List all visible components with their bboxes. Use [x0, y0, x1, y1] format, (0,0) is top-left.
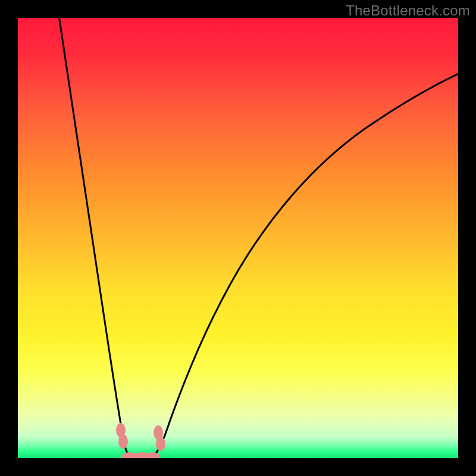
bottleneck-curve-right	[151, 73, 458, 458]
bottleneck-curve-left	[58, 18, 131, 458]
optimum-markers	[116, 423, 165, 458]
chart-svg	[18, 18, 458, 458]
watermark-text: TheBottleneck.com	[346, 2, 470, 19]
marker-blob	[118, 434, 128, 449]
chart-frame	[18, 18, 458, 458]
marker-blob	[145, 452, 160, 458]
marker-blob	[156, 437, 165, 451]
